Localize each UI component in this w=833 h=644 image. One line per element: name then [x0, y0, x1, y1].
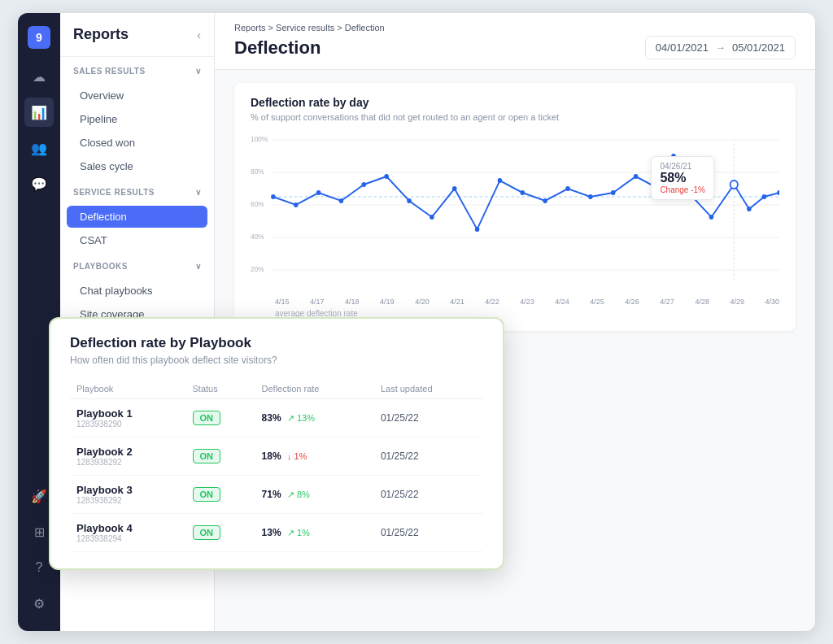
svg-point-37	[731, 181, 738, 189]
sidebar-item-overview[interactable]: Overview	[67, 85, 207, 107]
svg-text:80%: 80%	[251, 168, 264, 176]
sidebar-section-playbooks: PLAYBOOKS ∨	[60, 252, 214, 279]
svg-point-33	[747, 207, 752, 211]
svg-point-19	[452, 186, 457, 191]
svg-point-12	[294, 202, 299, 207]
cell-name-3: Playbook 4 1283938294	[70, 514, 186, 552]
svg-point-23	[543, 198, 547, 203]
playbook-row-4[interactable]: Playbook 4 1283938294 ON 13% ↗ 1% 01/25/…	[70, 514, 483, 552]
svg-text:100%: 100%	[251, 135, 268, 143]
rail-icon-chart[interactable]: 📊	[24, 98, 54, 127]
col-header-status: Status	[186, 379, 255, 399]
svg-point-34	[762, 194, 767, 199]
sidebar-section-service: SERVICE RESULTS ∨	[60, 178, 214, 205]
cell-updated-0: 01/25/22	[374, 399, 483, 437]
sidebar-section-title-sales: SALES RESULTS ∨	[73, 67, 201, 76]
sidebar-section-title-playbooks: PLAYBOOKS ∨	[73, 262, 201, 271]
header-row: Deflection 04/01/2021 → 05/01/2021	[234, 36, 796, 59]
svg-point-35	[777, 190, 779, 195]
chart-tooltip: 04/26/21 58% Change -1%	[651, 156, 714, 200]
svg-point-15	[362, 182, 367, 187]
svg-point-20	[475, 227, 480, 232]
svg-point-11	[271, 194, 276, 199]
cell-deflection-3: 13% ↗ 1%	[255, 514, 374, 552]
svg-point-16	[384, 174, 389, 179]
sidebar-header: Reports ‹	[60, 13, 214, 57]
main-header: Reports > Service results > Deflection D…	[215, 13, 815, 70]
cell-status-0: ON	[186, 399, 255, 437]
svg-point-21	[498, 178, 503, 183]
cell-name-0: Playbook 1 1283938290	[70, 399, 186, 437]
playbook-table-subtitle: How often did this playbook deflect site…	[70, 355, 483, 366]
cell-updated-1: 01/25/22	[374, 437, 483, 476]
sidebar-item-pipeline[interactable]: Pipeline	[67, 108, 207, 130]
playbook-table: Playbook Status Deflection rate Last upd…	[70, 379, 483, 552]
date-arrow-icon: →	[715, 41, 726, 54]
rail-icon-settings[interactable]: ⚙	[24, 589, 54, 618]
col-header-deflection-rate: Deflection rate	[255, 379, 374, 399]
sidebar-item-closed-won[interactable]: Closed won	[67, 132, 207, 154]
cell-updated-3: 01/25/22	[374, 514, 483, 552]
date-from: 04/01/2021	[656, 41, 709, 54]
playbook-row-2[interactable]: Playbook 2 1283938292 ON 18% ↓ 1% 01/25/…	[70, 437, 483, 476]
col-header-playbook: Playbook	[70, 379, 186, 399]
svg-point-24	[565, 186, 570, 191]
cell-name-1: Playbook 2 1283938292	[70, 437, 186, 476]
svg-point-31	[709, 215, 714, 220]
playbook-row-1[interactable]: Playbook 1 1283938290 ON 83% ↗ 13% 01/25…	[70, 399, 483, 437]
sidebar-section-title-service: SERVICE RESULTS ∨	[73, 188, 201, 197]
breadcrumb: Reports > Service results > Deflection	[234, 23, 796, 33]
sidebar-item-csat[interactable]: CSAT	[67, 229, 207, 251]
svg-point-25	[588, 194, 593, 199]
date-range-picker[interactable]: 04/01/2021 → 05/01/2021	[645, 36, 796, 59]
tooltip-value: 58%	[660, 171, 705, 185]
playbook-table-card[interactable]: Deflection rate by Playbook How often di…	[49, 317, 504, 570]
rail-icon-cloud[interactable]: ☁	[24, 62, 54, 91]
cell-status-3: ON	[186, 514, 255, 552]
svg-point-18	[430, 215, 434, 220]
x-axis-labels: 4/15 4/17 4/18 4/19 4/20 4/21 4/22 4/23 …	[251, 294, 779, 306]
cell-name-2: Playbook 3 1283938292	[70, 476, 186, 514]
cell-deflection-0: 83% ↗ 13%	[255, 399, 374, 437]
rail-icon-chat[interactable]: 💬	[24, 169, 54, 198]
tooltip-change: Change -1%	[660, 185, 705, 194]
tooltip-date: 04/26/21	[660, 162, 705, 171]
svg-point-22	[521, 190, 526, 195]
sidebar-collapse-button[interactable]: ‹	[197, 28, 201, 41]
col-header-last-updated: Last updated	[374, 379, 483, 399]
rail-icon-people[interactable]: 👥	[24, 133, 54, 163]
chart-container: 100% 80% 60% 40% 20%	[251, 132, 779, 294]
playbook-table-title: Deflection rate by Playbook	[70, 335, 483, 351]
chart-subtitle: % of support conversations that did not …	[251, 112, 779, 122]
svg-point-17	[407, 198, 412, 203]
cell-deflection-1: 18% ↓ 1%	[255, 437, 374, 476]
cell-deflection-2: 71% ↗ 8%	[255, 476, 374, 514]
deflection-rate-chart-card: Deflection rate by day % of support conv…	[234, 83, 796, 331]
svg-point-27	[634, 174, 639, 179]
sidebar-item-sales-cycle[interactable]: Sales cycle	[67, 155, 207, 177]
chart-title: Deflection rate by day	[251, 96, 779, 109]
svg-point-26	[611, 190, 616, 195]
svg-text:40%: 40%	[251, 233, 264, 241]
cell-updated-2: 01/25/22	[374, 476, 483, 514]
date-to: 05/01/2021	[732, 41, 785, 54]
app-logo[interactable]: 9	[28, 26, 50, 49]
svg-point-14	[339, 198, 344, 203]
sidebar-title: Reports	[73, 26, 129, 43]
sidebar-section-sales: SALES RESULTS ∨	[60, 57, 214, 84]
svg-text:20%: 20%	[251, 265, 264, 273]
svg-text:60%: 60%	[251, 200, 264, 208]
sidebar-item-chat-playbooks[interactable]: Chat playbooks	[67, 280, 207, 302]
svg-point-13	[316, 190, 321, 195]
cell-status-2: ON	[186, 476, 255, 514]
sidebar-item-deflection[interactable]: Deflection	[67, 206, 207, 228]
playbook-row-3[interactable]: Playbook 3 1283938292 ON 71% ↗ 8% 01/25/…	[70, 476, 483, 514]
page-title: Deflection	[234, 37, 321, 59]
cell-status-1: ON	[186, 437, 255, 476]
